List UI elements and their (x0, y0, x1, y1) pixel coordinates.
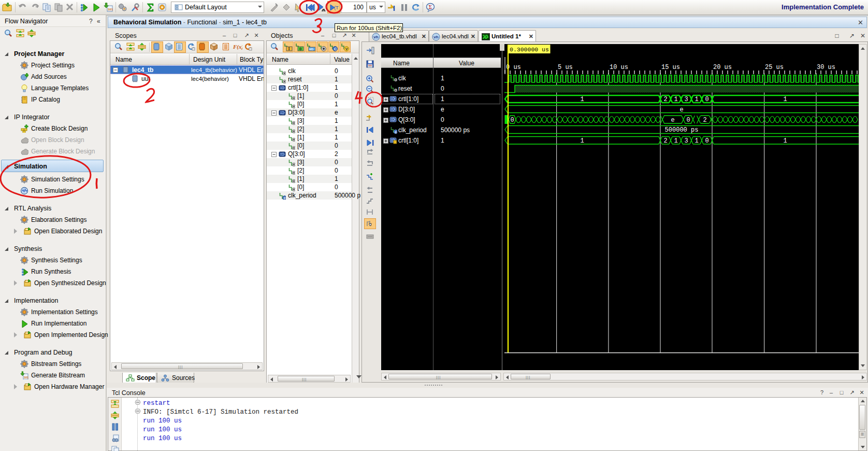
svg-text:C: C (334, 47, 337, 51)
svg-text:c: c (395, 130, 397, 134)
svg-text:0: 0 (705, 137, 708, 145)
svg-text:F(x): F(x) (233, 44, 242, 50)
svg-text:1: 1 (674, 96, 677, 103)
svg-text:I: I (288, 47, 290, 51)
svg-text:1: 1 (783, 137, 787, 145)
svg-text:1: 1 (580, 96, 584, 103)
svg-text:c: c (284, 196, 286, 200)
svg-text:20 us: 20 us (713, 64, 732, 71)
svg-text:0: 0 (299, 47, 302, 51)
svg-text:vh: vh (433, 35, 438, 39)
svg-text:101: 101 (24, 376, 28, 379)
svg-text:2: 2 (663, 96, 667, 103)
svg-text:3: 3 (684, 96, 688, 103)
svg-text:1: 1 (580, 137, 584, 145)
svg-text:2: 2 (663, 137, 667, 145)
svg-text:5 us: 5 us (558, 64, 573, 71)
svg-text:e: e (671, 117, 674, 124)
svg-text:1: 1 (695, 96, 698, 103)
svg-text:V: V (345, 47, 348, 51)
svg-text:e: e (679, 106, 683, 114)
svg-text:Σ: Σ (429, 4, 432, 10)
svg-text:1: 1 (695, 137, 698, 145)
svg-text:(T): (T) (334, 5, 339, 10)
svg-text:2: 2 (703, 117, 706, 124)
svg-text:25 us: 25 us (765, 64, 784, 71)
svg-text:0.300000 us: 0.300000 us (510, 46, 549, 53)
svg-text:0: 0 (686, 117, 690, 124)
svg-text:101: 101 (108, 8, 113, 11)
svg-text:vh: vh (373, 35, 378, 39)
svg-text:500000 ps: 500000 ps (665, 126, 699, 134)
svg-text:10 us: 10 us (610, 64, 628, 71)
svg-text:15 us: 15 us (661, 64, 680, 71)
svg-text:I/O: I/O (309, 48, 313, 51)
svg-text:1: 1 (783, 96, 787, 103)
svg-text:0: 0 (510, 117, 514, 124)
svg-text:3: 3 (684, 137, 688, 145)
svg-text:30 us: 30 us (817, 64, 835, 71)
svg-text:1: 1 (674, 137, 677, 145)
svg-text:0: 0 (705, 96, 708, 103)
